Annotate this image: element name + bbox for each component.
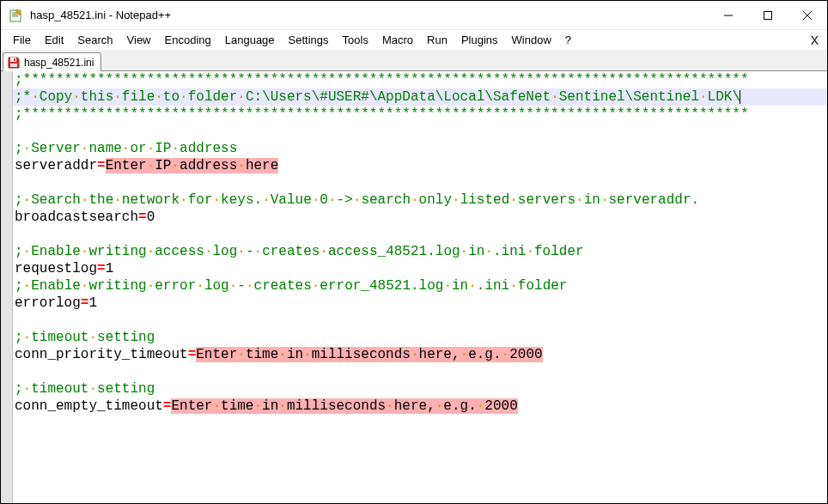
menu-plugins[interactable]: Plugins	[454, 32, 505, 48]
tab-active[interactable]: hasp_48521.ini	[3, 52, 101, 71]
menu-encoding[interactable]: Encoding	[158, 32, 218, 48]
menu-macro[interactable]: Macro	[375, 32, 420, 48]
tab-label: hasp_48521.ini	[24, 57, 94, 69]
tab-bar: hasp_48521.ini	[1, 51, 827, 71]
maximize-button[interactable]	[748, 3, 788, 28]
menu-window[interactable]: Window	[505, 32, 558, 48]
close-button[interactable]	[788, 3, 827, 28]
svg-rect-10	[10, 64, 17, 67]
menu-bar: File Edit Search View Encoding Language …	[1, 30, 827, 51]
window-title: hasp_48521.ini - Notepad++	[30, 9, 171, 21]
app-icon	[9, 9, 23, 22]
svg-rect-9	[14, 58, 15, 61]
menu-language[interactable]: Language	[218, 32, 282, 48]
menu-file[interactable]: File	[6, 32, 38, 48]
menu-view[interactable]: View	[120, 32, 158, 48]
title-bar: hasp_48521.ini - Notepad++	[1, 1, 827, 30]
menu-settings[interactable]: Settings	[282, 32, 336, 48]
close-tab-x-icon[interactable]: X	[811, 33, 819, 47]
editor-wrap: ;***************************************…	[1, 71, 827, 503]
menu-help[interactable]: ?	[558, 32, 578, 48]
fold-gutter[interactable]	[1, 71, 13, 503]
menu-run[interactable]: Run	[420, 32, 454, 48]
menu-search[interactable]: Search	[70, 32, 119, 48]
menu-tools[interactable]: Tools	[336, 32, 375, 48]
file-saved-icon	[7, 56, 21, 70]
svg-rect-5	[764, 11, 772, 19]
minimize-button[interactable]	[709, 3, 748, 28]
editor[interactable]: ;***************************************…	[13, 71, 827, 503]
menu-edit[interactable]: Edit	[38, 32, 70, 48]
